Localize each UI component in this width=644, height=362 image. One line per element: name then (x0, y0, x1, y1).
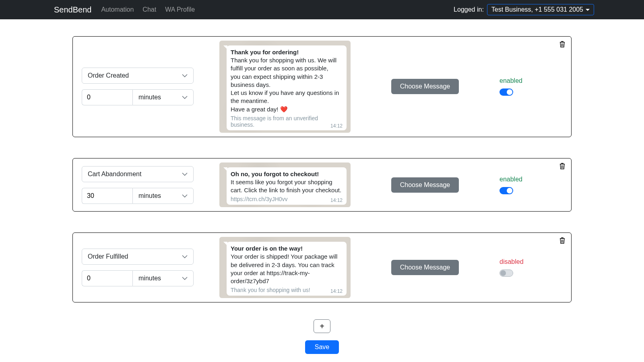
message-title: Your order is on the way! (231, 245, 343, 252)
delay-unit-value: minutes (138, 275, 161, 282)
account-dropdown[interactable]: Test Business, +1 555 031 2005 (487, 4, 594, 15)
action-column: Choose Message (351, 79, 500, 94)
message-preview: Your order is on the way! Your order is … (219, 237, 351, 298)
rules-container: Order Created minutes Thank you for orde… (72, 19, 572, 354)
trash-icon (559, 237, 566, 244)
rule-card: Cart Abandonment minutes Oh no, you forg… (72, 158, 572, 212)
status-label: enabled (500, 176, 522, 183)
delay-input[interactable] (82, 188, 132, 204)
delay-row: minutes (82, 270, 194, 286)
choose-message-button[interactable]: Choose Message (391, 260, 459, 275)
whatsapp-background: Thank you for ordering! Thank you for sh… (219, 41, 351, 133)
save-button[interactable]: Save (305, 340, 339, 354)
toggle-column: enabled (500, 77, 564, 96)
enabled-toggle[interactable] (500, 88, 513, 96)
message-bubble: Thank you for ordering! Thank you for sh… (227, 45, 347, 130)
message-link: https://tcrn.ch/3yJH0vv (231, 196, 343, 202)
message-body: Thank you for shopping with us. We will … (231, 56, 343, 113)
delete-rule-button[interactable] (559, 237, 566, 244)
choose-message-button[interactable]: Choose Message (391, 79, 459, 94)
message-time: 14:12 (330, 123, 343, 129)
bottom-actions: + Save (72, 319, 572, 354)
delay-unit-select[interactable]: minutes (132, 89, 194, 105)
message-time: 14:12 (330, 197, 343, 203)
whatsapp-background: Your order is on the way! Your order is … (219, 237, 351, 298)
action-column: Choose Message (351, 177, 500, 193)
message-bubble: Oh no, you forgot to checkout! It seems … (227, 167, 347, 205)
delay-unit-value: minutes (138, 94, 161, 101)
message-body: Your order is shipped! Your package will… (231, 253, 343, 285)
toggle-knob (507, 89, 512, 95)
delay-input[interactable] (82, 89, 132, 105)
trigger-value: Cart Abandonment (88, 171, 141, 178)
trigger-column: Cart Abandonment minutes (82, 166, 206, 204)
enabled-toggle[interactable] (500, 269, 513, 277)
trigger-column: Order Fulfilled minutes (82, 249, 206, 286)
trigger-value: Order Created (88, 72, 129, 79)
toggle-knob (507, 188, 512, 193)
chevron-down-icon (182, 74, 188, 77)
message-footer: Thank you for shopping with us! (231, 287, 343, 293)
action-column: Choose Message (351, 260, 500, 275)
chevron-down-icon (182, 194, 188, 197)
delay-row: minutes (82, 188, 194, 204)
rule-card: Order Created minutes Thank you for orde… (72, 36, 572, 137)
delay-unit-value: minutes (138, 192, 161, 200)
account-name: Test Business, +1 555 031 2005 (491, 6, 583, 13)
status-label: enabled (500, 77, 522, 84)
trigger-value: Order Fulfilled (88, 253, 128, 260)
nav-right: Logged in: Test Business, +1 555 031 200… (454, 4, 638, 15)
message-footer: This message is from an unverified busin… (231, 115, 343, 128)
message-preview: Thank you for ordering! Thank you for sh… (219, 41, 351, 133)
delete-rule-button[interactable] (559, 162, 566, 170)
add-rule-button[interactable]: + (314, 319, 330, 333)
message-body: It seems like you forgot your shopping c… (231, 178, 343, 195)
chevron-down-icon (182, 255, 188, 258)
delete-rule-button[interactable] (559, 41, 566, 48)
chevron-down-icon (586, 9, 590, 11)
trigger-select[interactable]: Order Fulfilled (82, 249, 194, 265)
chevron-down-icon (182, 277, 188, 280)
whatsapp-background: Oh no, you forgot to checkout! It seems … (219, 162, 351, 208)
nav-link-wa-profile[interactable]: WA Profile (165, 6, 195, 13)
delay-unit-select[interactable]: minutes (132, 270, 194, 286)
trigger-column: Order Created minutes (82, 68, 206, 105)
nav-link-automation[interactable]: Automation (101, 6, 134, 13)
delay-input[interactable] (82, 270, 132, 286)
navbar: SendBend Automation Chat WA Profile Logg… (0, 0, 644, 19)
choose-message-button[interactable]: Choose Message (391, 177, 459, 193)
rule-card: Order Fulfilled minutes Your order is on… (72, 232, 572, 302)
message-title: Oh no, you forgot to checkout! (231, 171, 343, 177)
toggle-column: enabled (500, 176, 564, 194)
nav-link-chat[interactable]: Chat (142, 6, 156, 13)
status-label: disabled (500, 258, 524, 265)
delay-row: minutes (82, 89, 194, 105)
message-time: 14:12 (330, 288, 343, 294)
enabled-toggle[interactable] (500, 187, 513, 194)
brand[interactable]: SendBend (54, 5, 91, 14)
toggle-column: disabled (500, 258, 564, 277)
message-preview: Oh no, you forgot to checkout! It seems … (219, 162, 351, 208)
message-title: Thank you for ordering! (231, 49, 343, 56)
logged-in-label: Logged in: (454, 6, 484, 13)
trash-icon (559, 41, 566, 48)
nav-left: SendBend Automation Chat WA Profile (6, 5, 198, 14)
trigger-select[interactable]: Cart Abandonment (82, 166, 194, 182)
toggle-knob (500, 270, 506, 276)
message-bubble: Your order is on the way! Your order is … (227, 242, 347, 296)
trigger-select[interactable]: Order Created (82, 68, 194, 84)
chevron-down-icon (182, 96, 188, 99)
chevron-down-icon (182, 173, 188, 176)
trash-icon (559, 162, 566, 170)
delay-unit-select[interactable]: minutes (132, 188, 194, 204)
